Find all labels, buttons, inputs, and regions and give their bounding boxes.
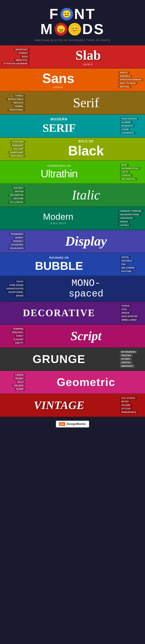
tag-reputable: REPUTABLE [9, 155, 25, 158]
card-ultrathin: CONDENSED OR Ultrathin BUSY AUTHORITATIV… [0, 161, 145, 184]
title-m: M [40, 21, 54, 38]
vintage-font: VINTAGE [34, 398, 84, 412]
tag-fancy: FANCY [15, 334, 25, 337]
grunge-center: GRUNGE [0, 348, 118, 370]
mono-center: MONO-spaced [27, 276, 145, 301]
tag-logical: LOGICAL [120, 174, 133, 177]
script-center: Script [27, 325, 145, 347]
mono-font: MONO-spaced [69, 278, 103, 299]
card-sans: Sans SERIF SIMPLE SENSIBLE STRAIGHTFORWA… [0, 68, 145, 92]
tag-timeless: TIMELESS [11, 102, 25, 104]
geometric-font: Geometric [57, 376, 115, 388]
tag-clean: CLEAN [120, 128, 130, 131]
tag-eccentric: ECCENTRIC [10, 244, 25, 246]
tag-unique: UNIQUE [118, 220, 129, 223]
vintage-tags: OLD-SCHOOL RETRO SOLEMN STYLISH REMARKAB… [118, 394, 145, 416]
tag-stylish: STYLISH [120, 407, 132, 410]
tag-codebased: CODE-BASED [8, 284, 25, 286]
tag-embellished: EMBELLISHED [120, 318, 138, 321]
modern-sans-center: Modern Sans Serif [0, 207, 116, 230]
grunge-tags: MYSTERIOUS TWISTED JITTERY CRYPTIC ABSTR… [118, 348, 145, 370]
card-geometric: CANDID TRENDY BOLD OBLIQUE SHARP Geometr… [0, 371, 145, 394]
tag-straightforward: STRAIGHTFORWARD [118, 78, 143, 81]
bubble-center: ROUNDED OR BUBBLE [0, 253, 118, 276]
card-grunge: GRUNGE MYSTERIOUS TWISTED JITTERY CRYPTI… [0, 348, 145, 371]
mono-tags: TECHY CODE-BASED SOPHISTICATED EXCEPTION… [0, 276, 27, 301]
tag-edged: EDGED [14, 294, 25, 297]
tag-traditional: TRADITIONAL [7, 108, 25, 111]
tag-exceptional: EXCEPTIONAL [7, 291, 25, 294]
decorative-font: DECORATIVE [23, 308, 95, 318]
modern-sans-tags: FORWARD THINKING UNCONVENTIONAL CORPORAT… [116, 207, 145, 230]
footer: dm DesignMantic [0, 417, 145, 431]
geometric-tags: CANDID TRENDY BOLD OBLIQUE SHARP [0, 371, 27, 393]
tag-important: IMPORTANT [14, 48, 29, 51]
footer-brand: DesignMantic [67, 422, 86, 426]
tag-prominent: PROMINENT [9, 233, 25, 236]
tag-dominant: DOMINANT [10, 144, 25, 147]
tag-impactful: IMPACTFUL [14, 59, 29, 62]
tag-glamor: GLAMOR [120, 121, 132, 124]
grunge-font: GRUNGE [32, 352, 85, 366]
card-script: FEMININE PERSONAL FANCY ELEGANT PRETTY S… [0, 325, 145, 348]
title-font: F [49, 6, 59, 22]
tag-forwardthinking: FORWARD THINKING [118, 210, 143, 212]
decorative-center: DECORATIVE [0, 302, 118, 324]
tag-formal: FORMAL [13, 105, 25, 108]
serif-font: Serif [73, 95, 99, 110]
sans-tags-right: SIMPLE SENSIBLE STRAIGHTFORWARD EASY TO … [116, 68, 145, 91]
title-n: NT [74, 6, 96, 22]
tag-jovial: JOVIAL [120, 256, 131, 259]
card-decorative: DECORATIVE CASUAL COOL UNIQUE HIGH-SPIRI… [0, 302, 145, 325]
tag-authoritative: AUTHORITATIVE [120, 167, 140, 170]
tag-decorative: DECORATIVE [8, 194, 25, 196]
sans-sublabel: SERIF [53, 86, 63, 89]
display-font: Display [65, 234, 107, 249]
emoji-angry: 😠 [55, 23, 67, 36]
tag-attention: ATTENTION-GRABBING [2, 62, 29, 65]
tag-influential: INFLUENTIAL [120, 178, 137, 180]
card-slab: IMPORTANT EVIDENT BOLD IMPACTFUL ATTENTI… [0, 46, 145, 68]
decorative-tags: CASUAL COOL UNIQUE HIGH-SPIRITED EMBELLI… [118, 302, 145, 324]
ultrathin-tags: BUSY AUTHORITATIVE LOFTY LOGICAL INFLUEN… [118, 161, 145, 183]
tag-casual: CASUAL [120, 304, 132, 307]
tag-fun: FUN [120, 263, 127, 266]
slab-font: Slab [75, 48, 101, 63]
tag-luxurious: LUXURIOUS [120, 132, 136, 134]
italic-font: Italic [72, 188, 100, 203]
header-subtitle: EMOTIONS ELICITED BY DIFFERENT TYPES OF … [35, 39, 110, 42]
bold-tags: STOPOVER DOMINANT GALLANT SIGNIFICANT RE… [0, 138, 27, 160]
title-ds: DS [82, 21, 105, 38]
tag-gesture: GESTURE [12, 197, 25, 200]
serif-tags-left: STABLE RESPECTABLE TIMELESS FORMAL TRADI… [0, 92, 27, 114]
tag-feminine: FEMININE [12, 328, 25, 330]
tag-cryptic: CRYPTIC [120, 361, 132, 364]
tag-quirky: QUIRKY [14, 236, 25, 239]
tag-unique2: UNIQUE [120, 312, 131, 314]
tag-remarkable: REMARKABLE [120, 411, 138, 414]
tag-exquisite: EXQUISITE [120, 124, 135, 127]
tag-gallant: GALLANT [12, 148, 25, 150]
modern-serif-font: SERIF [43, 121, 76, 134]
tag-solemn: SOLEMN [120, 404, 132, 406]
bubble-font: BUBBLE [35, 259, 83, 272]
tag-mysterious: MYSTERIOUS [120, 350, 137, 353]
display-tags: PROMINENT QUIRKY FRIENDLY ECCENTRIC CHIV… [0, 230, 27, 252]
tag-sharp: SHARP [15, 388, 25, 390]
modern-serif-tags: HIGH FASHION GLAMOR EXQUISITE CLEAN LUXU… [118, 114, 145, 137]
slab-center: Slab SERIF [31, 46, 145, 68]
card-modern-sans: Modern Sans Serif FORWARD THINKING UNCON… [0, 207, 145, 230]
tag-stable: STABLE [14, 94, 25, 97]
tag-welcoming: WELCOMING [120, 266, 136, 269]
modern-sans-sublabel: Sans Serif [50, 222, 66, 225]
card-bold: STOPOVER DOMINANT GALLANT SIGNIFICANT RE… [0, 138, 145, 161]
header: F 😐 NT M 😠 😊 DS EMOTIONS ELICITED BY DIF… [0, 0, 145, 46]
tag-techy: TECHY [15, 280, 25, 283]
emoji-neutral: 😐 [60, 8, 73, 20]
tag-retro: RETRO [120, 400, 130, 403]
geometric-center: Geometric [27, 371, 145, 393]
card-italic: DISTINCT MOTION DECORATIVE GESTURE COLLO… [0, 184, 145, 207]
sans-center: Sans SERIF [0, 68, 116, 91]
tag-highspirited: HIGH-SPIRITED [120, 315, 139, 318]
tag-candid: CANDID [14, 374, 25, 376]
